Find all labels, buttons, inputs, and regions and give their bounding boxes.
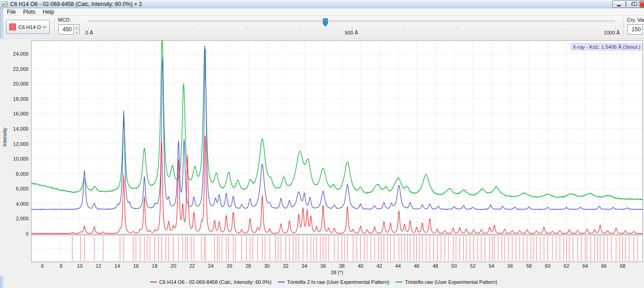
svg-text:12: 12 (96, 263, 101, 269)
svg-text:56: 56 (507, 263, 513, 269)
restore-icon (631, 3, 635, 6)
svg-text:22: 22 (189, 263, 195, 269)
phase-color-swatch (9, 23, 16, 30)
svg-text:54: 54 (489, 263, 494, 269)
svg-text:10,000: 10,000 (13, 156, 29, 161)
legend-swatch (278, 282, 285, 282)
phase-selector-label: C6 H14 O... (18, 24, 41, 30)
svg-text:6,000: 6,000 (16, 186, 29, 191)
svg-text:16: 16 (133, 263, 138, 269)
slider-tick (247, 28, 247, 29)
svg-text:14: 14 (115, 263, 120, 269)
x-axis-title: 2θ (°) (331, 270, 343, 275)
svg-text:24,000: 24,000 (13, 51, 29, 57)
menu-help[interactable]: Help (39, 8, 58, 16)
svg-text:66: 66 (601, 263, 607, 269)
slider-tick (457, 28, 458, 29)
app-icon (2, 1, 8, 7)
mcd-spin-down-icon[interactable]: ▼ (74, 30, 79, 35)
legend-label: Trintellix 2 hr.raw (User Experimental P… (287, 279, 389, 285)
slider-max-label: 1000 Å (604, 30, 620, 35)
mcd-spin-up-icon[interactable]: ▲ (74, 25, 79, 30)
window-title: C6 H14 O6 - 02-069-8458 (Calc, Intensity… (10, 0, 142, 8)
title-bar[interactable]: C6 H14 O6 - 02-069-8458 (Calc, Intensity… (0, 0, 644, 8)
svg-text:22,000: 22,000 (13, 66, 29, 72)
svg-text:40: 40 (358, 263, 363, 269)
svg-text:6: 6 (41, 263, 44, 269)
radiation-annotation: X-ray - Kα1: 1.5406 Å (Simul.) (571, 43, 642, 51)
svg-text:16,000: 16,000 (13, 111, 29, 116)
minimize-icon (617, 5, 621, 6)
slider-tick (352, 28, 352, 29)
legend-label: C6 H14 O6 - 02-069-8458 (Calc, Intensity… (159, 279, 271, 285)
phase-selector-dropdown[interactable]: C6 H14 O... (6, 20, 50, 34)
svg-text:38: 38 (339, 263, 345, 269)
cry-var-spinner[interactable]: 150 ▲ ▼ (627, 24, 644, 35)
reflection-tick-panel[interactable] (31, 235, 643, 262)
svg-text:52: 52 (470, 263, 476, 269)
slider-tick (141, 28, 142, 29)
menu-file[interactable]: File (3, 8, 19, 16)
svg-text:34: 34 (302, 263, 307, 269)
slider-tick (615, 28, 615, 29)
svg-text:42: 42 (376, 263, 382, 269)
toolbar: C6 H14 O... MCD: 450 ▲ ▼ 0 Å 500 Å 1000 … (3, 16, 644, 39)
svg-text:62: 62 (564, 263, 569, 269)
svg-text:20,000: 20,000 (13, 81, 29, 86)
svg-text:2,000: 2,000 (16, 216, 29, 221)
svg-text:18,000: 18,000 (13, 96, 29, 102)
mcd-value[interactable]: 450 (58, 24, 73, 35)
slider-min-label: 0 Å (86, 30, 93, 35)
svg-text:64: 64 (582, 263, 588, 269)
mcd-spinner[interactable]: 450 ▲ ▼ (58, 24, 80, 35)
svg-text:18: 18 (152, 263, 157, 269)
mcd-slider-thumb[interactable] (323, 18, 328, 27)
svg-text:60: 60 (545, 263, 551, 269)
slider-tick (299, 28, 299, 29)
svg-text:44: 44 (395, 263, 401, 269)
cry-var-value[interactable]: 150 (627, 24, 642, 35)
slider-tick (404, 28, 405, 29)
svg-text:10: 10 (77, 263, 82, 269)
mcd-slider-track[interactable] (88, 20, 615, 22)
svg-text:8: 8 (60, 263, 63, 269)
svg-text:8,000: 8,000 (16, 171, 29, 177)
diffraction-chart-region[interactable]: 02,0004,0006,0008,00010,00012,00014,0001… (3, 39, 644, 276)
mcd-label: MCD: (58, 17, 71, 23)
legend-swatch (150, 282, 157, 282)
svg-text:50: 50 (451, 263, 457, 269)
minimize-button[interactable] (612, 0, 626, 8)
svg-text:0: 0 (26, 231, 29, 236)
slider-tick (194, 28, 194, 29)
restore-button[interactable] (626, 0, 639, 8)
svg-text:28: 28 (245, 263, 251, 269)
legend-item: C6 H14 O6 - 02-069-8458 (Calc, Intensity… (150, 279, 271, 285)
close-button[interactable] (640, 0, 644, 8)
cry-var-label: Cry. Var.: (627, 17, 644, 23)
legend-label: Trintellix.raw (User Experimental Patter… (405, 279, 497, 285)
legend-swatch (396, 282, 402, 282)
chevron-down-icon (42, 26, 46, 29)
svg-text:24: 24 (208, 263, 213, 269)
y-axis-title: Intensity (2, 127, 7, 146)
svg-text:12,000: 12,000 (13, 141, 29, 147)
menu-plots[interactable]: Plots (19, 8, 39, 16)
svg-text:58: 58 (526, 263, 532, 269)
svg-text:36: 36 (320, 263, 326, 269)
diffraction-plot[interactable]: 02,0004,0006,0008,00010,00012,00014,0001… (0, 39, 644, 276)
chart-legend: C6 H14 O6 - 02-069-8458 (Calc, Intensity… (3, 276, 644, 288)
legend-item: Trintellix.raw (User Experimental Patter… (396, 279, 497, 285)
slider-tick (88, 28, 89, 29)
slider-tick (510, 28, 510, 29)
slider-tick (563, 28, 563, 29)
svg-text:30: 30 (264, 263, 270, 269)
svg-text:32: 32 (283, 263, 288, 269)
legend-item: Trintellix 2 hr.raw (User Experimental P… (278, 279, 389, 285)
app-window: C6 H14 O6 - 02-069-8458 (Calc, Intensity… (0, 0, 644, 288)
svg-text:68: 68 (620, 263, 625, 269)
menu-bar: File Plots Help (3, 8, 644, 16)
toolbar-separator (623, 17, 624, 37)
svg-text:26: 26 (227, 263, 232, 269)
svg-text:4,000: 4,000 (16, 201, 29, 207)
svg-text:14,000: 14,000 (13, 126, 29, 132)
